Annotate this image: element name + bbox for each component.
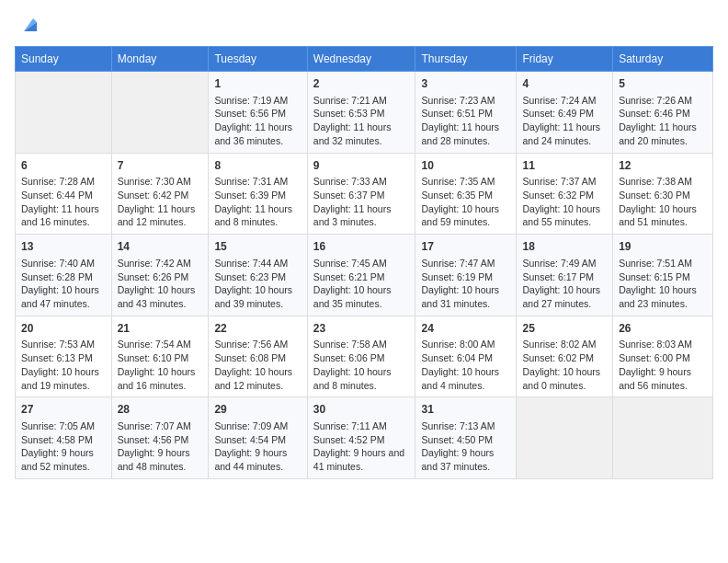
day-info: Sunrise: 7:42 AMSunset: 6:26 PMDaylight:… bbox=[118, 257, 203, 311]
day-info: Sunrise: 7:30 AMSunset: 6:42 PMDaylight:… bbox=[118, 175, 203, 229]
weekday-header: Tuesday bbox=[209, 47, 307, 72]
day-number: 15 bbox=[214, 239, 301, 255]
calendar-day-cell: 15Sunrise: 7:44 AMSunset: 6:23 PMDayligh… bbox=[209, 235, 307, 316]
calendar-day-cell: 19Sunrise: 7:51 AMSunset: 6:15 PMDayligh… bbox=[613, 235, 713, 316]
day-number: 27 bbox=[21, 402, 106, 418]
weekday-header: Friday bbox=[517, 47, 613, 72]
calendar-day-cell: 7Sunrise: 7:30 AMSunset: 6:42 PMDaylight… bbox=[111, 153, 209, 235]
day-info: Sunrise: 7:53 AMSunset: 6:13 PMDaylight:… bbox=[21, 338, 106, 392]
day-number: 22 bbox=[214, 321, 301, 337]
day-info: Sunrise: 7:49 AMSunset: 6:17 PMDaylight:… bbox=[522, 257, 607, 311]
day-info: Sunrise: 8:02 AMSunset: 6:02 PMDaylight:… bbox=[522, 338, 607, 392]
calendar-table: SundayMondayTuesdayWednesdayThursdayFrid… bbox=[15, 46, 713, 479]
day-number: 2 bbox=[313, 76, 410, 92]
day-info: Sunrise: 8:03 AMSunset: 6:00 PMDaylight:… bbox=[619, 338, 707, 392]
day-number: 5 bbox=[619, 76, 707, 92]
weekday-header: Saturday bbox=[613, 47, 713, 72]
calendar-day-cell bbox=[111, 72, 209, 154]
day-number: 16 bbox=[313, 239, 410, 255]
day-info: Sunrise: 7:37 AMSunset: 6:32 PMDaylight:… bbox=[522, 175, 607, 229]
day-info: Sunrise: 7:09 AMSunset: 4:54 PMDaylight:… bbox=[214, 419, 301, 474]
calendar-day-cell: 5Sunrise: 7:26 AMSunset: 6:46 PMDaylight… bbox=[613, 72, 713, 154]
day-info: Sunrise: 7:19 AMSunset: 6:56 PMDaylight:… bbox=[214, 94, 301, 148]
page-header bbox=[15, 15, 713, 35]
calendar-day-cell: 17Sunrise: 7:47 AMSunset: 6:19 PMDayligh… bbox=[415, 235, 517, 316]
calendar-day-cell: 10Sunrise: 7:35 AMSunset: 6:35 PMDayligh… bbox=[415, 153, 517, 235]
day-number: 28 bbox=[118, 402, 203, 418]
day-number: 23 bbox=[313, 321, 410, 337]
day-info: Sunrise: 7:11 AMSunset: 4:52 PMDaylight:… bbox=[313, 419, 410, 474]
calendar-day-cell: 11Sunrise: 7:37 AMSunset: 6:32 PMDayligh… bbox=[517, 153, 613, 235]
day-info: Sunrise: 7:13 AMSunset: 4:50 PMDaylight:… bbox=[421, 419, 510, 474]
calendar-day-cell: 23Sunrise: 7:58 AMSunset: 6:06 PMDayligh… bbox=[307, 316, 415, 397]
day-number: 18 bbox=[522, 239, 607, 255]
calendar-day-cell: 16Sunrise: 7:45 AMSunset: 6:21 PMDayligh… bbox=[307, 235, 415, 316]
day-number: 4 bbox=[522, 76, 607, 92]
day-number: 9 bbox=[313, 158, 410, 174]
day-number: 10 bbox=[421, 158, 510, 174]
calendar-day-cell: 31Sunrise: 7:13 AMSunset: 4:50 PMDayligh… bbox=[415, 397, 517, 479]
day-info: Sunrise: 7:07 AMSunset: 4:56 PMDaylight:… bbox=[118, 419, 203, 474]
day-info: Sunrise: 7:40 AMSunset: 6:28 PMDaylight:… bbox=[21, 257, 106, 311]
calendar-day-cell: 24Sunrise: 8:00 AMSunset: 6:04 PMDayligh… bbox=[415, 316, 517, 397]
calendar-day-cell: 12Sunrise: 7:38 AMSunset: 6:30 PMDayligh… bbox=[613, 153, 713, 235]
calendar-day-cell: 21Sunrise: 7:54 AMSunset: 6:10 PMDayligh… bbox=[111, 316, 209, 397]
day-info: Sunrise: 7:35 AMSunset: 6:35 PMDaylight:… bbox=[421, 175, 510, 229]
day-number: 6 bbox=[21, 158, 106, 174]
day-number: 26 bbox=[619, 321, 707, 337]
calendar-day-cell bbox=[517, 397, 613, 479]
calendar-day-cell: 26Sunrise: 8:03 AMSunset: 6:00 PMDayligh… bbox=[613, 316, 713, 397]
day-info: Sunrise: 7:38 AMSunset: 6:30 PMDaylight:… bbox=[619, 175, 707, 229]
calendar-week-row: 1Sunrise: 7:19 AMSunset: 6:56 PMDaylight… bbox=[16, 72, 713, 154]
day-number: 8 bbox=[214, 158, 301, 174]
weekday-header: Sunday bbox=[16, 47, 112, 72]
calendar-week-row: 6Sunrise: 7:28 AMSunset: 6:44 PMDaylight… bbox=[16, 153, 713, 235]
day-info: Sunrise: 7:47 AMSunset: 6:19 PMDaylight:… bbox=[421, 257, 510, 311]
weekday-header: Thursday bbox=[415, 47, 517, 72]
day-number: 12 bbox=[619, 158, 707, 174]
calendar-day-cell: 6Sunrise: 7:28 AMSunset: 6:44 PMDaylight… bbox=[16, 153, 112, 235]
calendar-day-cell: 1Sunrise: 7:19 AMSunset: 6:56 PMDaylight… bbox=[209, 72, 307, 154]
day-number: 7 bbox=[118, 158, 203, 174]
day-info: Sunrise: 7:05 AMSunset: 4:58 PMDaylight:… bbox=[21, 419, 106, 474]
day-number: 1 bbox=[214, 76, 301, 92]
day-info: Sunrise: 7:54 AMSunset: 6:10 PMDaylight:… bbox=[118, 338, 203, 392]
calendar-day-cell: 2Sunrise: 7:21 AMSunset: 6:53 PMDaylight… bbox=[307, 72, 415, 154]
calendar-day-cell bbox=[16, 72, 112, 154]
day-number: 3 bbox=[421, 76, 510, 92]
calendar-day-cell: 4Sunrise: 7:24 AMSunset: 6:49 PMDaylight… bbox=[517, 72, 613, 154]
calendar-day-cell: 8Sunrise: 7:31 AMSunset: 6:39 PMDaylight… bbox=[209, 153, 307, 235]
calendar-day-cell bbox=[613, 397, 713, 479]
calendar-day-cell: 18Sunrise: 7:49 AMSunset: 6:17 PMDayligh… bbox=[517, 235, 613, 316]
day-info: Sunrise: 7:24 AMSunset: 6:49 PMDaylight:… bbox=[522, 94, 607, 148]
day-info: Sunrise: 7:51 AMSunset: 6:15 PMDaylight:… bbox=[619, 257, 707, 311]
calendar-day-cell: 25Sunrise: 8:02 AMSunset: 6:02 PMDayligh… bbox=[517, 316, 613, 397]
day-number: 25 bbox=[522, 321, 607, 337]
day-number: 31 bbox=[421, 402, 510, 418]
logo-icon bbox=[20, 15, 40, 35]
day-number: 19 bbox=[619, 239, 707, 255]
day-info: Sunrise: 7:33 AMSunset: 6:37 PMDaylight:… bbox=[313, 175, 410, 229]
calendar-day-cell: 20Sunrise: 7:53 AMSunset: 6:13 PMDayligh… bbox=[16, 316, 112, 397]
day-number: 17 bbox=[421, 239, 510, 255]
calendar-week-row: 13Sunrise: 7:40 AMSunset: 6:28 PMDayligh… bbox=[16, 235, 713, 316]
calendar-day-cell: 9Sunrise: 7:33 AMSunset: 6:37 PMDaylight… bbox=[307, 153, 415, 235]
calendar-day-cell: 28Sunrise: 7:07 AMSunset: 4:56 PMDayligh… bbox=[111, 397, 209, 479]
day-number: 30 bbox=[313, 402, 410, 418]
day-info: Sunrise: 7:58 AMSunset: 6:06 PMDaylight:… bbox=[313, 338, 410, 392]
day-info: Sunrise: 7:31 AMSunset: 6:39 PMDaylight:… bbox=[214, 175, 301, 229]
day-number: 20 bbox=[21, 321, 106, 337]
weekday-header: Monday bbox=[111, 47, 209, 72]
calendar-header: SundayMondayTuesdayWednesdayThursdayFrid… bbox=[16, 47, 713, 72]
day-info: Sunrise: 8:00 AMSunset: 6:04 PMDaylight:… bbox=[421, 338, 510, 392]
day-info: Sunrise: 7:26 AMSunset: 6:46 PMDaylight:… bbox=[619, 94, 707, 148]
day-number: 13 bbox=[21, 239, 106, 255]
day-info: Sunrise: 7:28 AMSunset: 6:44 PMDaylight:… bbox=[21, 175, 106, 229]
weekday-header: Wednesday bbox=[307, 47, 415, 72]
day-number: 14 bbox=[118, 239, 203, 255]
day-info: Sunrise: 7:23 AMSunset: 6:51 PMDaylight:… bbox=[421, 94, 510, 148]
day-number: 24 bbox=[421, 321, 510, 337]
day-info: Sunrise: 7:45 AMSunset: 6:21 PMDaylight:… bbox=[313, 257, 410, 311]
logo bbox=[15, 15, 40, 35]
day-info: Sunrise: 7:56 AMSunset: 6:08 PMDaylight:… bbox=[214, 338, 301, 392]
